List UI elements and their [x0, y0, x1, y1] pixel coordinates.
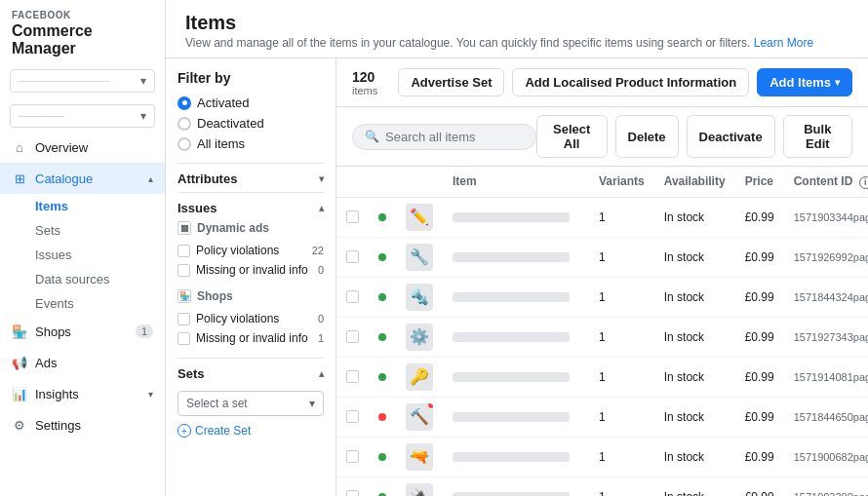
items-table-container: Item Variants Availability Price: [336, 167, 868, 496]
sidebar-item-catalogue[interactable]: ⊞ Catalogue ▴: [0, 163, 165, 194]
advertise-set-button[interactable]: Advertise Set: [398, 68, 504, 96]
row-variants-cell: 1: [589, 237, 654, 277]
row-status-cell: [369, 197, 396, 237]
row-price-cell: £0.99: [735, 357, 784, 397]
dynamic-ads-policy-violations[interactable]: Policy violations 22: [178, 241, 324, 260]
row-status-cell: [369, 277, 396, 317]
checkbox-policy-violations-shops[interactable]: [178, 313, 190, 325]
shops-badge: 1: [136, 324, 153, 338]
row-checkbox[interactable]: [346, 370, 359, 383]
shops-missing-label: Missing or invalid info: [196, 331, 308, 345]
row-checkbox[interactable]: [346, 210, 359, 223]
radio-all: [178, 137, 191, 151]
item-image: 🔩: [406, 284, 433, 311]
items-count-label: items: [352, 85, 377, 96]
row-checkbox-cell: [336, 357, 369, 397]
shops-missing-info[interactable]: Missing or invalid info 1: [178, 328, 324, 348]
sidebar-item-items[interactable]: Items: [35, 194, 165, 218]
attributes-section-header[interactable]: Attributes ▾: [178, 163, 324, 192]
table-row: 🔫 1 In stock £0.99 1571900682pag...: [336, 437, 868, 477]
checkbox-missing-info-da[interactable]: [178, 264, 190, 277]
content-area: Filter by Activated Deactivated All item…: [166, 58, 868, 496]
row-checkbox[interactable]: [346, 410, 359, 423]
chevron-up-icon: ▴: [148, 173, 153, 184]
table-row: 🔑 1 In stock £0.99 1571914081pag...: [336, 357, 868, 397]
catalogue-subnav: Items Sets Issues Data sources Events: [0, 194, 165, 316]
select-all-button[interactable]: Select All: [536, 115, 608, 158]
row-img-cell: 🔨: [396, 397, 443, 437]
select-set-dropdown[interactable]: Select a set ▾: [178, 391, 324, 416]
row-checkbox-cell: [336, 317, 369, 357]
th-item: Item: [443, 167, 589, 197]
create-set-button[interactable]: + Create Set: [178, 424, 324, 438]
checkbox-missing-info-shops[interactable]: [178, 332, 190, 345]
items-label: Items: [35, 199, 68, 213]
all-label: All items: [197, 136, 245, 151]
row-status-cell: [369, 317, 396, 357]
delete-button[interactable]: Delete: [615, 115, 679, 158]
sidebar-item-events[interactable]: Events: [35, 291, 165, 316]
sidebar-item-ads[interactable]: 📢 Ads: [0, 347, 165, 378]
attributes-label: Attributes: [178, 172, 237, 186]
filter-activated[interactable]: Activated: [178, 95, 324, 110]
sidebar-item-label: Ads: [35, 356, 57, 370]
shops-policy-violations[interactable]: Policy violations 0: [178, 309, 324, 328]
deactivate-button[interactable]: Deactivate: [687, 115, 775, 158]
page-subtitle: View and manage all of the items in your…: [185, 36, 848, 50]
status-dot: [378, 333, 386, 341]
learn-more-link[interactable]: Learn More: [754, 36, 813, 50]
row-availability-cell: In stock: [654, 397, 735, 437]
filter-all[interactable]: All items: [178, 136, 324, 151]
item-name-bar: [453, 412, 570, 422]
sets-section-header[interactable]: Sets ▴: [178, 358, 324, 387]
sets-label: Sets: [178, 366, 204, 381]
dynamic-ads-missing-info[interactable]: Missing or invalid info 0: [178, 260, 324, 280]
sidebar-dropdown-2[interactable]: ────── ▾: [10, 104, 155, 128]
row-price-cell: £0.99: [735, 197, 784, 237]
issues-label: Issues: [178, 201, 217, 215]
status-dot: [378, 493, 386, 497]
sidebar-item-sets[interactable]: Sets: [35, 218, 165, 243]
page-title: Items: [185, 12, 848, 34]
search-input[interactable]: [385, 130, 524, 144]
filter-title: Filter by: [178, 70, 324, 86]
row-checkbox[interactable]: [346, 490, 359, 496]
sidebar-dropdown-1[interactable]: ──────────── ▾: [10, 69, 155, 93]
sidebar-item-overview[interactable]: ⌂ Overview: [0, 132, 165, 163]
content-id-info-icon[interactable]: i: [859, 176, 868, 189]
row-item-name-cell: [443, 437, 589, 477]
row-checkbox[interactable]: [346, 450, 359, 463]
filter-deactivated[interactable]: Deactivated: [178, 116, 324, 131]
row-checkbox-cell: [336, 477, 369, 496]
row-checkbox[interactable]: [346, 290, 359, 303]
th-availability: Availability: [654, 167, 735, 197]
sidebar-item-issues[interactable]: Issues: [35, 243, 165, 267]
localise-button[interactable]: Add Localised Product Information: [512, 68, 749, 96]
item-name-bar: [453, 212, 570, 222]
activated-label: Activated: [197, 95, 249, 110]
bulk-edit-button[interactable]: Bulk Edit: [783, 115, 852, 158]
row-availability-cell: In stock: [654, 357, 735, 397]
row-checkbox[interactable]: [346, 330, 359, 343]
sidebar-item-settings[interactable]: ⚙ Settings: [0, 409, 165, 440]
sidebar-item-shops[interactable]: 🏪 Shops 1: [0, 316, 165, 347]
shops-icon: 🏪: [178, 289, 191, 303]
checkbox-policy-violations-da[interactable]: [178, 245, 190, 257]
add-items-button[interactable]: Add Items ▾: [757, 68, 852, 96]
chart-icon: 📊: [12, 386, 27, 401]
app-title: Commerce Manager: [12, 22, 153, 57]
sidebar-item-insights[interactable]: 📊 Insights ▾: [0, 378, 165, 409]
th-content-id: Content ID i: [784, 167, 868, 197]
row-status-cell: [369, 437, 396, 477]
row-checkbox[interactable]: [346, 250, 359, 263]
item-name-bar: [453, 492, 570, 497]
issues-section-header[interactable]: Issues ▴: [178, 192, 324, 221]
row-variants-cell: 1: [589, 277, 654, 317]
row-item-name-cell: [443, 277, 589, 317]
row-item-name-cell: [443, 317, 589, 357]
sidebar-item-data-sources[interactable]: Data sources: [35, 267, 165, 291]
row-variants-cell: 1: [589, 357, 654, 397]
table-row: ⚙️ 1 In stock £0.99 1571927343pag...: [336, 317, 868, 357]
row-content-id-cell: 1571914081pag...: [784, 357, 868, 397]
search-box[interactable]: 🔍: [352, 124, 536, 150]
